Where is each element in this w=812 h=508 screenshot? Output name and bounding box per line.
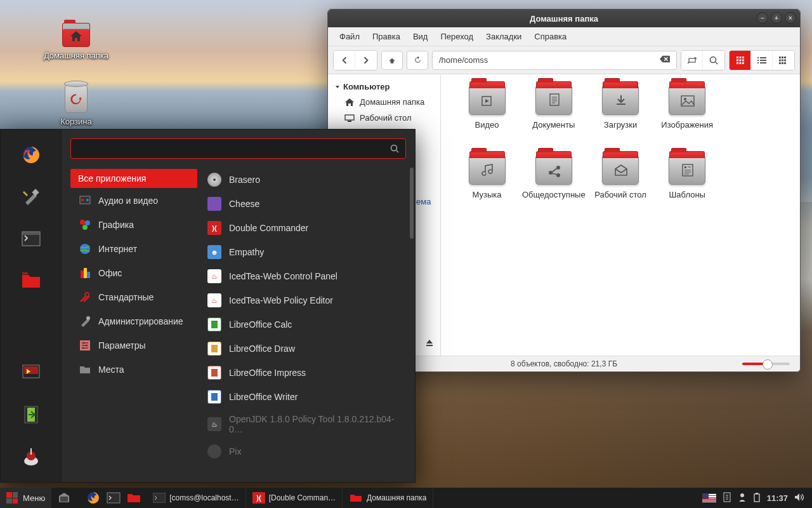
svg-rect-27	[348, 121, 351, 122]
task-files[interactable]: Домашняя папка	[343, 488, 433, 508]
nav-forward-button[interactable]	[355, 51, 377, 70]
category-all-apps[interactable]: Все приложения	[70, 169, 197, 188]
ql-terminal[interactable]	[105, 490, 122, 505]
eject-icon[interactable]	[425, 338, 434, 349]
folder-templates[interactable]: Шаблоны	[654, 156, 721, 225]
scrollbar[interactable]	[410, 168, 414, 239]
view-list-button[interactable]	[751, 51, 773, 70]
sidebar-section-computer[interactable]: Компьютер	[328, 79, 440, 94]
desktop-icon-trash[interactable]: Корзина	[38, 85, 114, 126]
tray-user-icon[interactable]	[738, 492, 747, 504]
window-close-button[interactable]: ×	[785, 12, 796, 23]
app-cheese[interactable]: Cheese	[201, 192, 411, 216]
tray-battery-icon[interactable]	[753, 492, 761, 504]
category-preferences[interactable]: Параметры	[70, 334, 197, 357]
menu-help[interactable]: Справка	[528, 29, 573, 44]
svg-rect-5	[737, 59, 738, 61]
fav-settings[interactable]	[16, 184, 46, 210]
task-double-commander[interactable]: )([Double Comman…	[246, 488, 343, 508]
fav-firefox[interactable]	[16, 142, 46, 168]
search-button[interactable]	[703, 51, 724, 70]
tray-updates-icon[interactable]	[723, 492, 731, 504]
category-accessories[interactable]: Стандартные	[70, 286, 197, 309]
svg-rect-14	[760, 60, 766, 61]
svg-rect-21	[782, 59, 783, 61]
menu-search[interactable]	[70, 138, 406, 159]
app-empathy[interactable]: ☻Empathy	[201, 240, 411, 264]
app-pix[interactable]: Pix	[201, 439, 411, 464]
folder-pictures[interactable]: Изображения	[654, 86, 721, 156]
clear-location-icon[interactable]	[660, 55, 670, 65]
window-minimize-button[interactable]: –	[757, 12, 768, 23]
folder-public[interactable]: Общедоступные	[520, 156, 587, 225]
menu-go[interactable]: Переход	[434, 29, 480, 44]
app-openjdk-policy[interactable]: ♨OpenJDK 1.8.0 Policy Tool 1.8.0.212.b04…	[201, 409, 411, 439]
svg-point-65	[213, 178, 216, 181]
menu-search-input[interactable]	[77, 144, 390, 154]
app-libreoffice-impress[interactable]: LibreOffice Impress	[201, 361, 411, 385]
app-libreoffice-writer[interactable]: LibreOffice Writer	[201, 385, 411, 409]
task-terminal[interactable]: [comss@localhost…	[147, 488, 246, 508]
folder-music[interactable]: Музыка	[454, 156, 520, 225]
view-icons-button[interactable]	[730, 51, 751, 70]
svg-point-77	[740, 493, 744, 497]
toolbar: /home/comss	[328, 46, 800, 74]
fav-files[interactable]	[16, 268, 46, 293]
fav-lock[interactable]	[16, 360, 46, 385]
svg-rect-3	[739, 57, 741, 58]
category-multimedia[interactable]: Аудио и видео	[70, 189, 197, 212]
location-bar[interactable]: /home/comss	[432, 51, 677, 70]
app-libreoffice-draw[interactable]: LibreOffice Draw	[201, 337, 411, 361]
nav-back-button[interactable]	[334, 51, 355, 70]
svg-rect-42	[24, 366, 38, 374]
view-compact-button[interactable]	[773, 51, 794, 70]
app-icedtea-control[interactable]: ♨IcedTea-Web Control Panel	[201, 264, 411, 288]
menu-file[interactable]: Файл	[333, 29, 366, 44]
tray-volume-icon[interactable]	[794, 493, 804, 504]
folder-desktop[interactable]: Рабочий стол	[587, 156, 653, 225]
reload-button[interactable]	[407, 51, 428, 70]
svg-rect-17	[779, 57, 781, 58]
folder-videos[interactable]: Видео	[454, 86, 520, 156]
svg-rect-47	[30, 448, 32, 455]
app-double-commander[interactable]: )(Double Commander	[201, 216, 411, 240]
sidebar-item-desktop[interactable]: Рабочий стол	[328, 110, 440, 126]
category-places[interactable]: Места	[70, 358, 197, 381]
app-icedtea-policy[interactable]: ♨IcedTea-Web Policy Editor	[201, 288, 411, 312]
category-graphics[interactable]: Графика	[70, 213, 197, 236]
app-libreoffice-calc[interactable]: LibreOffice Calc	[201, 312, 411, 337]
category-office[interactable]: Офис	[70, 262, 197, 284]
fav-shutdown[interactable]	[16, 444, 46, 469]
window-titlebar[interactable]: Домашняя папка – + ×	[328, 10, 800, 27]
category-internet[interactable]: Интернет	[70, 237, 197, 260]
svg-rect-72	[107, 493, 120, 503]
ql-show-desktop[interactable]	[55, 490, 73, 505]
svg-rect-56	[81, 271, 84, 278]
svg-rect-29	[550, 94, 559, 105]
category-administration[interactable]: Администрирование	[70, 310, 197, 333]
svg-rect-22	[784, 59, 786, 61]
ql-firefox[interactable]	[84, 490, 102, 505]
svg-point-50	[81, 199, 84, 201]
fav-terminal[interactable]	[16, 226, 46, 251]
svg-text:)(: )(	[256, 494, 261, 502]
clock[interactable]: 11:37	[767, 493, 788, 503]
folder-documents[interactable]: Документы	[520, 86, 587, 156]
svg-point-51	[86, 199, 89, 201]
nav-up-button[interactable]	[381, 51, 403, 70]
app-brasero[interactable]: Brasero	[201, 168, 411, 192]
desktop-icon-home[interactable]: Домашняя папка	[38, 23, 114, 60]
menu-edit[interactable]: Правка	[366, 29, 407, 44]
folder-downloads[interactable]: Загрузки	[587, 86, 653, 156]
sidebar-item-home[interactable]: Домашняя папка	[328, 94, 440, 110]
fav-logout[interactable]	[16, 402, 46, 427]
start-button[interactable]: Меню	[0, 488, 51, 508]
keyboard-layout-icon[interactable]	[702, 493, 716, 502]
menu-bookmarks[interactable]: Закладки	[480, 29, 528, 44]
zoom-slider[interactable]	[742, 363, 790, 365]
svg-rect-26	[345, 115, 354, 120]
ql-files[interactable]	[125, 490, 143, 505]
toggle-location-button[interactable]	[681, 51, 703, 70]
window-maximize-button[interactable]: +	[771, 12, 782, 23]
menu-view[interactable]: Вид	[407, 29, 435, 44]
